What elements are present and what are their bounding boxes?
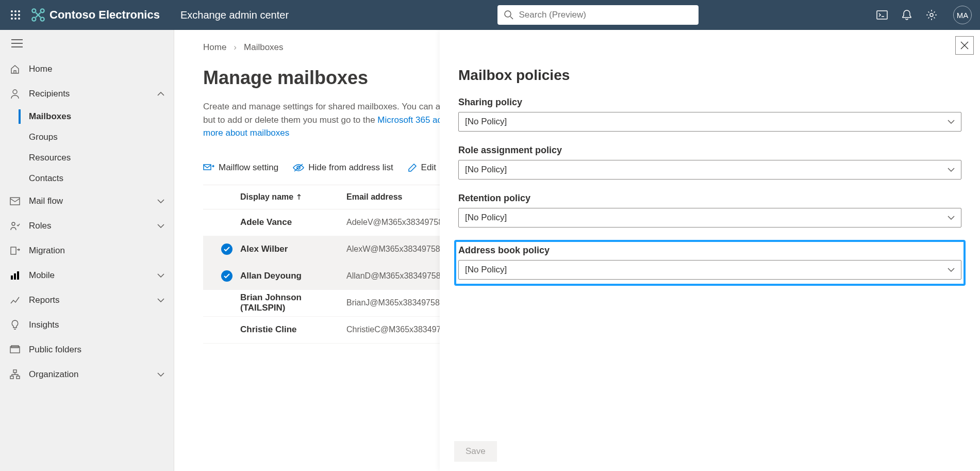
mail-icon (9, 197, 21, 205)
sort-asc-icon (296, 194, 302, 200)
sharing-policy-select[interactable]: [No Policy] (458, 112, 961, 132)
main-content: Home › Mailboxes Manage mailboxes Create… (174, 30, 980, 471)
nav-roles[interactable]: Roles (0, 214, 174, 238)
edit-button[interactable]: Edit (408, 163, 436, 173)
nav-groups[interactable]: Groups (18, 127, 174, 148)
svg-point-22 (12, 222, 15, 225)
chevron-down-icon (948, 268, 955, 272)
svg-point-0 (11, 10, 13, 12)
svg-point-6 (11, 18, 13, 20)
nav-label: Reports (29, 295, 60, 305)
field-addressbook-policy: Address book policy [No Policy] (455, 241, 965, 285)
sharing-policy-label: Sharing policy (458, 97, 961, 108)
addressbook-policy-select[interactable]: [No Policy] (458, 260, 961, 280)
nav-migration[interactable]: Migration (0, 238, 174, 263)
field-retention-policy: Retention policy [No Policy] (458, 193, 961, 228)
nav-publicfolders[interactable]: Public folders (0, 337, 174, 362)
nav-resources[interactable]: Resources (18, 148, 174, 168)
svg-line-14 (510, 17, 513, 19)
field-sharing-policy: Sharing policy [No Policy] (458, 97, 961, 132)
save-button[interactable]: Save (454, 441, 497, 462)
chevron-right-icon: › (234, 42, 237, 53)
nav-recipients[interactable]: Recipients (0, 82, 174, 106)
svg-point-9 (32, 9, 36, 12)
org-logo[interactable]: Contoso Electronics (31, 8, 160, 22)
mailflow-setting-button[interactable]: Mailflow setting (203, 163, 278, 173)
nav-contacts[interactable]: Contacts (18, 168, 174, 189)
chevron-down-icon (157, 224, 164, 228)
svg-point-11 (32, 18, 36, 21)
nav-mailboxes[interactable]: Mailboxes (18, 106, 174, 127)
svg-point-4 (14, 14, 16, 16)
search-box[interactable] (497, 5, 699, 25)
breadcrumb-home[interactable]: Home (203, 42, 226, 53)
settings-icon[interactable] (925, 9, 938, 21)
field-role-policy: Role assignment policy [No Policy] (458, 145, 961, 180)
row-name: Allan Deyoung (240, 271, 346, 281)
cloud-shell-icon[interactable] (876, 9, 888, 21)
retention-policy-select[interactable]: [No Policy] (458, 208, 961, 228)
search-icon (504, 10, 514, 20)
org-icon (9, 369, 21, 380)
role-policy-label: Role assignment policy (458, 145, 961, 156)
svg-rect-21 (10, 198, 20, 205)
folder-icon (9, 345, 21, 354)
chevron-down-icon (157, 273, 164, 278)
row-checkbox[interactable] (213, 270, 240, 282)
svg-rect-32 (204, 165, 211, 170)
roles-icon (9, 221, 21, 231)
svg-point-13 (505, 11, 511, 17)
nav-label: Roles (29, 221, 51, 231)
close-button[interactable] (955, 36, 974, 55)
addressbook-policy-label: Address book policy (458, 245, 961, 256)
svg-rect-25 (14, 273, 16, 280)
nav-insights[interactable]: Insights (0, 313, 174, 337)
search-input[interactable] (519, 10, 692, 20)
drone-icon (31, 8, 45, 22)
close-icon (960, 41, 969, 50)
nav-sidebar: Home Recipients Mailboxes Groups Resourc… (0, 30, 174, 471)
mailflow-icon (203, 163, 214, 172)
nav-mobile[interactable]: Mobile (0, 263, 174, 288)
svg-point-2 (18, 10, 20, 12)
app-launcher-icon[interactable] (5, 5, 26, 25)
nav-label: Organization (29, 369, 78, 380)
chevron-down-icon (948, 168, 955, 172)
row-name: Brian Johnson (TAILSPIN) (240, 293, 346, 313)
row-name: Adele Vance (240, 217, 346, 228)
mailbox-policies-panel: Mailbox policies Sharing policy [No Poli… (440, 30, 980, 471)
svg-point-16 (930, 13, 933, 17)
nav-label: Migration (29, 246, 65, 256)
person-icon (9, 89, 21, 99)
nav-label: Mail flow (29, 196, 63, 206)
svg-rect-31 (16, 376, 20, 379)
chevron-up-icon (157, 92, 164, 96)
svg-point-12 (41, 18, 44, 21)
nav-home[interactable]: Home (0, 57, 174, 82)
hamburger-icon[interactable] (11, 39, 23, 47)
retention-policy-label: Retention policy (458, 193, 961, 204)
user-avatar[interactable]: MA (953, 6, 972, 24)
svg-point-20 (13, 90, 17, 94)
col-displayname[interactable]: Display name (240, 192, 346, 202)
role-policy-select[interactable]: [No Policy] (458, 160, 961, 180)
row-checkbox[interactable] (213, 243, 240, 255)
chevron-down-icon (157, 199, 164, 203)
insights-icon (9, 320, 21, 330)
nav-reports[interactable]: Reports (0, 288, 174, 313)
notifications-icon[interactable] (901, 9, 913, 21)
col-email[interactable]: Email address (346, 192, 403, 202)
hide-icon (293, 164, 304, 172)
svg-rect-15 (877, 11, 887, 19)
svg-rect-29 (13, 370, 16, 372)
svg-point-7 (14, 18, 16, 20)
svg-point-10 (41, 9, 44, 12)
nav-mailflow[interactable]: Mail flow (0, 189, 174, 214)
svg-point-5 (18, 14, 20, 16)
migration-icon (9, 246, 21, 256)
nav-label: Insights (29, 320, 59, 330)
hide-addresslist-button[interactable]: Hide from address list (293, 163, 393, 173)
nav-organization[interactable]: Organization (0, 362, 174, 387)
chevron-down-icon (948, 120, 955, 124)
product-name: Exchange admin center (180, 9, 289, 21)
